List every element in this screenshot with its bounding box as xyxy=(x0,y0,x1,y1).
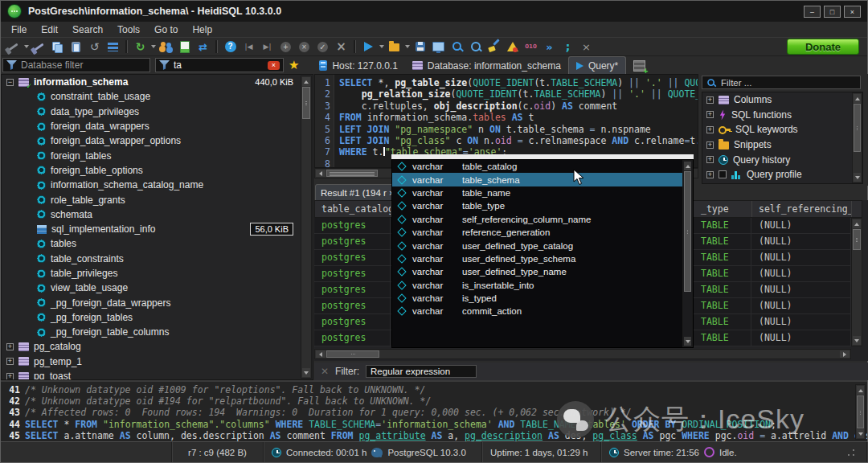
table-cell[interactable]: (NULL) xyxy=(751,330,851,346)
resize-grip-icon[interactable] xyxy=(846,448,856,457)
binary-button[interactable]: 010 xyxy=(522,39,540,55)
scrollbar-thumb[interactable] xyxy=(684,171,691,292)
autocomplete-item[interactable]: varchartable_type xyxy=(392,199,693,212)
result-tab[interactable]: Result #1 (194 r × xyxy=(315,184,400,200)
tree-item[interactable]: schemata xyxy=(2,207,313,222)
editor-code[interactable]: SELECT *, pg_table_size(QUOTE_IDENT(t.TA… xyxy=(334,75,698,167)
tree-item[interactable]: role_table_grants xyxy=(2,192,313,207)
database-filter-input[interactable]: Database filter xyxy=(2,58,150,72)
scrollbar-thumb[interactable] xyxy=(853,229,861,250)
database-tree[interactable]: −information_schema440,0 KiBconstraint_t… xyxy=(1,74,313,380)
post-button[interactable]: ✓ xyxy=(313,39,332,55)
table-cell[interactable]: (NULL) xyxy=(751,234,851,249)
donate-button[interactable]: Donate xyxy=(787,39,859,55)
replace-button[interactable] xyxy=(466,39,485,55)
query-log[interactable]: 41/* Unknown datatype oid #1009 for "rel… xyxy=(1,380,867,441)
tab-new-query[interactable] xyxy=(626,57,653,75)
paste-button[interactable] xyxy=(67,39,85,55)
tree-item[interactable]: data_type_privileges xyxy=(2,104,313,119)
helper-scrollbar[interactable] xyxy=(852,92,862,183)
indent-button[interactable]: » xyxy=(540,39,559,55)
table-cell[interactable]: postgres xyxy=(314,250,391,265)
scrollbar-thumb[interactable] xyxy=(326,170,378,177)
table-cell[interactable]: postgres xyxy=(314,266,391,281)
table-filter-input[interactable]: ta xyxy=(155,58,284,72)
table-cell[interactable]: postgres xyxy=(314,330,391,346)
tree-item[interactable]: tables xyxy=(2,236,313,251)
autocomplete-item[interactable]: varcharuser_defined_type_schema xyxy=(392,252,693,265)
scroll-down-icon[interactable] xyxy=(853,336,861,345)
autocomplete-item[interactable]: varchartable_schema xyxy=(392,173,693,186)
autocomplete-item[interactable]: varcharreference_generation xyxy=(392,226,693,239)
tree-item[interactable]: view_table_usage xyxy=(2,281,313,295)
title-bar[interactable]: PostGresch\information_schema\ - HeidiSQ… xyxy=(1,1,867,22)
grid-hscrollbar[interactable] xyxy=(314,349,851,359)
revert-button[interactable]: × xyxy=(332,39,350,55)
tree-item[interactable]: _pg_foreign_tables xyxy=(2,310,313,325)
tree-item[interactable]: _pg_foreign_table_columns xyxy=(2,325,313,339)
scroll-up-icon[interactable] xyxy=(684,162,691,170)
log-scrollbar[interactable] xyxy=(855,384,866,440)
table-cell[interactable]: postgres xyxy=(314,282,391,297)
expand-icon[interactable]: + xyxy=(706,156,714,163)
expand-icon[interactable]: + xyxy=(706,141,714,149)
refresh-button[interactable]: ↻ xyxy=(131,39,149,55)
run-button-dropdown-icon[interactable] xyxy=(378,39,385,55)
tree-item[interactable]: _pg_foreign_data_wrappers xyxy=(2,295,313,309)
collapse-icon[interactable]: − xyxy=(6,79,14,86)
table-cell[interactable]: postgres xyxy=(314,314,391,330)
autocomplete-item[interactable]: varcharis_typed xyxy=(392,292,693,305)
table-cell[interactable]: TABLE xyxy=(694,250,751,265)
autocomplete-dropdown[interactable]: varchartable_catalogvarchartable_schemav… xyxy=(391,159,694,348)
last-row-button[interactable]: ▶| xyxy=(258,39,276,55)
helper-filter-input[interactable]: Filter ... xyxy=(702,76,861,89)
tree-item[interactable]: table_privileges xyxy=(2,266,313,281)
scrollbar-thumb[interactable] xyxy=(326,350,379,358)
export-button[interactable] xyxy=(175,39,194,55)
table-cell[interactable]: TABLE xyxy=(694,218,751,233)
semicolon-button[interactable]: ; xyxy=(559,39,577,55)
clear-grid-filter-icon[interactable]: ✕ xyxy=(321,366,329,377)
tree-item[interactable]: foreign_table_options xyxy=(2,163,313,178)
table-cell[interactable]: (NULL) xyxy=(751,250,851,265)
table-cell[interactable]: postgres xyxy=(314,218,391,233)
expand-icon[interactable]: + xyxy=(6,358,14,365)
tab-host[interactable]: Host: 127.0.0.1 xyxy=(312,57,404,75)
autocomplete-item[interactable]: varcharuser_defined_type_name xyxy=(392,265,693,278)
node-query-history[interactable]: +Query history xyxy=(702,152,862,167)
close-query-button[interactable]: × xyxy=(577,39,596,55)
help-button[interactable] xyxy=(221,39,240,55)
run-button[interactable] xyxy=(359,39,378,55)
scroll-up-icon[interactable] xyxy=(857,386,864,395)
tree-item[interactable]: foreign_data_wrappers xyxy=(2,119,313,133)
first-row-button[interactable]: |◀ xyxy=(240,39,258,55)
maximize-button[interactable]: □ xyxy=(824,6,841,18)
tab-database[interactable]: Database: information_schema xyxy=(405,57,568,75)
menu-file[interactable]: File xyxy=(4,24,34,35)
table-cell[interactable]: (NULL) xyxy=(751,314,851,330)
scroll-up-icon[interactable] xyxy=(853,219,861,228)
tree-item[interactable]: sql_implementation_info56,0 KiB xyxy=(2,222,313,236)
helper-tree[interactable]: +Columns+SQL functions+SQL keywords+Snip… xyxy=(702,92,863,184)
table-cell[interactable]: (NULL) xyxy=(751,282,851,297)
column-header[interactable]: _type xyxy=(694,201,752,217)
autocomplete-item[interactable]: varchartable_name xyxy=(392,186,693,199)
tree-item[interactable]: foreign_tables xyxy=(2,148,313,162)
autocomplete-item[interactable]: varcharcommit_action xyxy=(392,305,693,318)
table-cell[interactable]: TABLE xyxy=(694,282,751,297)
refresh-button-dropdown-icon[interactable] xyxy=(149,39,157,55)
tree-item[interactable]: +pg_catalog xyxy=(2,339,313,354)
table-cell[interactable]: TABLE xyxy=(694,330,751,346)
node-snippets[interactable]: +Snippets xyxy=(702,137,862,153)
expand-icon[interactable]: + xyxy=(706,96,714,104)
menu-edit[interactable]: Edit xyxy=(34,24,65,35)
tree-item[interactable]: foreign_data_wrapper_options xyxy=(2,133,313,148)
expand-icon[interactable]: + xyxy=(6,343,14,350)
scroll-down-icon[interactable] xyxy=(302,368,310,377)
warnings-button[interactable] xyxy=(503,39,522,55)
table-cell[interactable]: TABLE xyxy=(694,314,751,330)
table-cell[interactable]: (NULL) xyxy=(751,298,851,313)
scroll-down-icon[interactable] xyxy=(857,429,864,438)
scrollbar-thumb[interactable] xyxy=(854,104,861,152)
open-file-button-dropdown-icon[interactable] xyxy=(403,39,411,55)
